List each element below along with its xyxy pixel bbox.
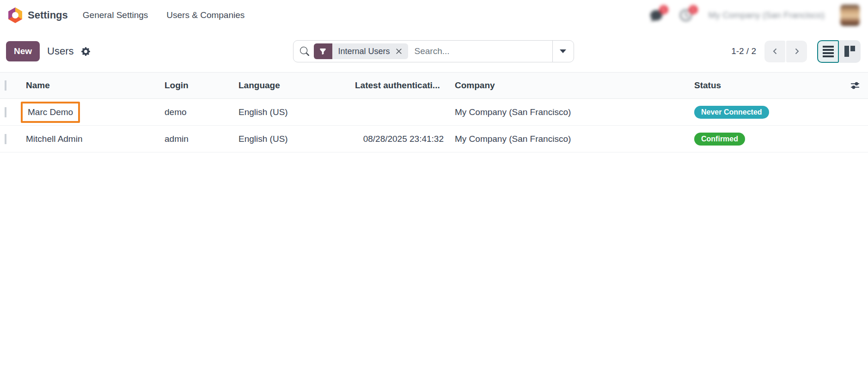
chevron-down-icon <box>560 49 566 53</box>
select-all-checkbox[interactable] <box>5 80 6 91</box>
facet-remove-button[interactable] <box>396 48 402 55</box>
activities-icon[interactable]: 1 <box>679 8 693 22</box>
pager-previous-button[interactable] <box>764 41 785 62</box>
cell-name: Marc Demo <box>20 102 159 123</box>
view-switcher <box>817 40 861 63</box>
header-name[interactable]: Name <box>20 80 159 91</box>
messages-icon[interactable]: 1 <box>649 8 663 22</box>
header-login[interactable]: Login <box>159 80 233 91</box>
table-header-row: Name Login Language Latest authenticati.… <box>0 72 868 99</box>
cell-name: Mitchell Admin <box>20 134 159 144</box>
header-language[interactable]: Language <box>233 80 349 91</box>
search-facet-internal-users: Internal Users <box>314 43 408 59</box>
list-view-icon <box>823 46 834 57</box>
kanban-view-icon <box>844 46 855 57</box>
cell-language: English (US) <box>233 107 349 117</box>
user-avatar[interactable] <box>840 5 860 26</box>
search-icon <box>300 47 309 56</box>
activities-badge: 1 <box>689 5 698 14</box>
company-switcher[interactable]: My Company (San Francisco) <box>709 10 825 20</box>
status-badge: Never Connected <box>694 106 769 119</box>
list-view-button[interactable] <box>817 40 839 63</box>
chevron-left-icon <box>771 48 779 55</box>
cell-status: Confirmed <box>689 133 842 146</box>
table-row-mitchell-admin[interactable]: Mitchell Admin admin English (US) 08/28/… <box>0 126 868 152</box>
cell-language: English (US) <box>233 134 349 144</box>
table-row-marc-demo[interactable]: Marc Demo demo English (US) My Company (… <box>0 99 868 126</box>
search-input[interactable] <box>408 46 552 56</box>
top-navbar: Settings General Settings Users & Compan… <box>0 0 868 30</box>
cell-status: Never Connected <box>689 106 842 119</box>
close-icon <box>396 48 402 55</box>
control-panel: New Users Internal Users <box>0 30 868 72</box>
chevron-right-icon <box>793 48 801 55</box>
menu-users-companies[interactable]: Users & Companies <box>166 10 245 20</box>
search-facet-label: Internal Users <box>338 47 390 56</box>
search-options-toggle[interactable] <box>552 41 574 62</box>
pager-next-button[interactable] <box>786 41 807 62</box>
header-status[interactable]: Status <box>689 80 842 91</box>
control-panel-left: New Users <box>6 41 293 61</box>
cell-login: demo <box>159 107 233 117</box>
menu-general-settings[interactable]: General Settings <box>83 10 148 20</box>
systray: 1 1 My Company (San Francisco) <box>649 5 860 26</box>
app-menu-settings[interactable]: Settings <box>28 9 68 21</box>
breadcrumb-title: Users <box>47 45 73 57</box>
row-checkbox-cell <box>0 107 20 117</box>
gear-icon <box>81 47 90 56</box>
header-company[interactable]: Company <box>449 80 689 91</box>
kanban-view-button[interactable] <box>839 40 861 63</box>
status-badge: Confirmed <box>694 133 745 146</box>
annotation-highlight-box: Marc Demo <box>21 102 80 123</box>
header-latest-authentication[interactable]: Latest authenticati... <box>349 80 449 91</box>
cell-latest-authentication: 08/28/2025 23:41:32 <box>349 134 449 144</box>
row-checkbox[interactable] <box>5 134 6 144</box>
messages-badge: 1 <box>659 5 668 14</box>
users-list-view: Name Login Language Latest authenticati.… <box>0 72 868 152</box>
odoo-settings-app-icon[interactable] <box>7 7 23 23</box>
optional-columns-button[interactable] <box>842 81 868 90</box>
header-checkbox-cell <box>0 80 20 91</box>
user-name: Marc Demo <box>28 107 73 117</box>
new-button[interactable]: New <box>6 41 40 61</box>
pager-range: 1-2 / 2 <box>731 46 756 56</box>
filter-funnel-icon <box>314 43 332 59</box>
row-checkbox-cell <box>0 134 20 144</box>
control-panel-right: 1-2 / 2 <box>574 40 861 63</box>
row-checkbox[interactable] <box>5 107 6 117</box>
pager-buttons <box>764 41 807 62</box>
cell-company: My Company (San Francisco) <box>449 134 689 144</box>
sliders-icon <box>850 81 860 90</box>
cell-company: My Company (San Francisco) <box>449 107 689 117</box>
search-bar[interactable]: Internal Users <box>293 40 574 62</box>
search-facet-body: Internal Users <box>332 43 408 59</box>
view-gear-button[interactable] <box>81 47 90 56</box>
cell-login: admin <box>159 134 233 144</box>
